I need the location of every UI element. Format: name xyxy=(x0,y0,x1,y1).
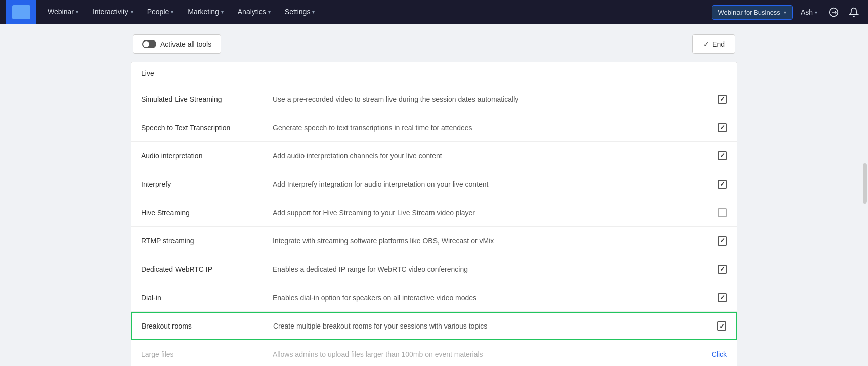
row-desc: Use a pre-recorded video to stream live … xyxy=(273,95,686,103)
row-action[interactable] xyxy=(686,321,726,331)
row-name: Speech to Text Transcription xyxy=(141,124,273,132)
row-name: Hive Streaming xyxy=(141,209,273,217)
checkbox-checked-icon[interactable] xyxy=(718,123,727,132)
bell-icon[interactable] xyxy=(846,4,862,20)
table-row: Simulated Live StreamingUse a pre-record… xyxy=(131,85,737,113)
row-action[interactable] xyxy=(686,208,727,217)
row-desc: Add Interprefy integration for audio int… xyxy=(273,180,686,188)
table-row: RTMP streamingIntegrate with streaming s… xyxy=(131,227,737,255)
checkbox-checked-icon[interactable] xyxy=(718,180,727,189)
logo-inner xyxy=(12,5,30,19)
row-name: Interprefy xyxy=(141,180,273,188)
business-chevron-icon: ▾ xyxy=(784,10,786,15)
table-row: InterprefyAdd Interprefy integration for… xyxy=(131,170,737,198)
user-label: Ash xyxy=(801,8,813,16)
row-name: Dedicated WebRTC IP xyxy=(141,265,273,273)
webinar-business-button[interactable]: Webinar for Business ▾ xyxy=(712,5,793,20)
navbar: Webinar▾Interactivity▾People▾Marketing▾A… xyxy=(0,0,868,24)
row-action[interactable] xyxy=(686,293,727,302)
row-action[interactable] xyxy=(686,180,727,189)
user-chevron-icon: ▾ xyxy=(815,10,817,15)
nav-item-people[interactable]: People▾ xyxy=(140,0,181,24)
checkbox-checked-icon[interactable] xyxy=(718,293,727,302)
chevron-down-icon: ▾ xyxy=(76,9,78,15)
checkbox-checked-icon[interactable] xyxy=(718,151,727,160)
megaphone-icon[interactable] xyxy=(826,4,842,20)
table-row: Hive StreamingAdd support for Hive Strea… xyxy=(131,198,737,227)
checkbox-checked-icon[interactable] xyxy=(717,321,726,331)
tools-table: Live Simulated Live StreamingUse a pre-r… xyxy=(131,62,737,366)
rows-container: Simulated Live StreamingUse a pre-record… xyxy=(131,85,737,366)
row-name: Audio interpretation xyxy=(141,152,273,160)
chevron-down-icon: ▾ xyxy=(312,9,315,15)
scrollbar[interactable] xyxy=(863,163,867,204)
main-content: Activate all tools ✓ End Live Simulated … xyxy=(110,24,758,366)
logo[interactable] xyxy=(6,0,36,24)
nav-item-webinar[interactable]: Webinar▾ xyxy=(40,0,85,24)
chevron-down-icon: ▾ xyxy=(171,9,173,15)
row-desc: Add audio interpretation channels for yo… xyxy=(273,152,686,160)
row-action[interactable] xyxy=(686,265,727,274)
activate-label: Activate all tools xyxy=(160,40,211,48)
table-row: Dial-inEnables dial-in option for speake… xyxy=(131,283,737,312)
navbar-right: Webinar for Business ▾ Ash ▾ xyxy=(712,4,862,20)
table-row: Speech to Text TranscriptionGenerate spe… xyxy=(131,113,737,142)
table-row: Breakout roomsCreate multiple breakout r… xyxy=(131,312,737,340)
row-desc: Allows admins to upload files larger tha… xyxy=(273,350,686,358)
click-link[interactable]: Click xyxy=(712,350,727,358)
row-action[interactable] xyxy=(686,236,727,246)
checkbox-checked-icon[interactable] xyxy=(718,265,727,274)
row-action[interactable] xyxy=(686,151,727,160)
row-name: Dial-in xyxy=(141,294,273,302)
checkbox-checked-icon[interactable] xyxy=(718,95,727,104)
checkbox-unchecked-icon[interactable] xyxy=(718,208,727,217)
chevron-down-icon: ▾ xyxy=(131,9,133,15)
table-row: Dedicated WebRTC IPEnables a dedicated I… xyxy=(131,255,737,283)
row-action[interactable] xyxy=(686,95,727,104)
chevron-down-icon: ▾ xyxy=(221,9,224,15)
nav-item-marketing[interactable]: Marketing▾ xyxy=(181,0,230,24)
row-desc: Create multiple breakout rooms for your … xyxy=(273,322,686,330)
nav-item-interactivity[interactable]: Interactivity▾ xyxy=(85,0,140,24)
row-action[interactable]: Click xyxy=(686,350,727,358)
activate-all-tools-button[interactable]: Activate all tools xyxy=(133,34,221,54)
table-row: Audio interpretationAdd audio interpreta… xyxy=(131,142,737,170)
row-name: Large files xyxy=(141,350,273,358)
end-label: End xyxy=(712,40,725,48)
chevron-down-icon: ▾ xyxy=(268,9,271,15)
checkbox-checked-icon[interactable] xyxy=(718,236,727,246)
business-label: Webinar for Business xyxy=(718,9,780,16)
user-menu-button[interactable]: Ash ▾ xyxy=(797,8,821,16)
row-desc: Enables dial-in option for speakers on a… xyxy=(273,294,686,302)
section-header: Live xyxy=(131,62,737,85)
row-desc: Add support for Hive Streaming to your L… xyxy=(273,209,686,217)
row-desc: Enables a dedicated IP range for WebRTC … xyxy=(273,265,686,273)
table-row: Large filesAllows admins to upload files… xyxy=(131,340,737,366)
row-name: RTMP streaming xyxy=(141,237,273,245)
row-desc: Integrate with streaming software platfo… xyxy=(273,237,686,245)
end-check-icon: ✓ xyxy=(703,40,709,48)
nav-items: Webinar▾Interactivity▾People▾Marketing▾A… xyxy=(40,0,712,24)
row-name: Simulated Live Streaming xyxy=(141,95,273,103)
toolbar: Activate all tools ✓ End xyxy=(131,34,737,54)
nav-item-settings[interactable]: Settings▾ xyxy=(278,0,322,24)
nav-item-analytics[interactable]: Analytics▾ xyxy=(231,0,278,24)
end-button[interactable]: ✓ End xyxy=(692,34,735,54)
row-action[interactable] xyxy=(686,123,727,132)
row-name: Breakout rooms xyxy=(142,322,273,330)
toggle-icon xyxy=(142,40,156,48)
row-desc: Generate speech to text transcriptions i… xyxy=(273,124,686,132)
